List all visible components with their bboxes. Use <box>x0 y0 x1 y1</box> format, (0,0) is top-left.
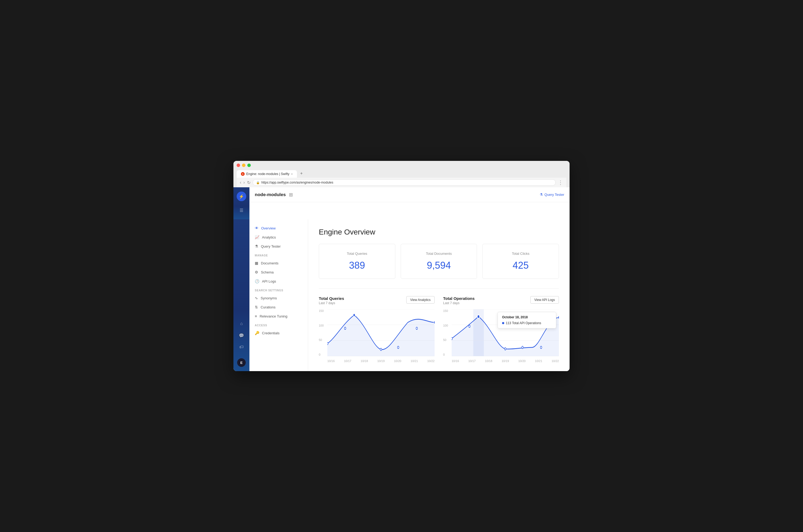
clicks-value: 425 <box>489 260 552 271</box>
app-logo[interactable]: ⚡ <box>237 192 246 201</box>
queries-y-labels: 150 100 50 0 <box>319 309 326 356</box>
sidebar-item-documents[interactable]: ▦ Documents <box>249 259 308 268</box>
main-content: Engine Overview Total Queries 389 Total … <box>308 219 570 371</box>
svg-point-17 <box>469 325 470 327</box>
svg-point-22 <box>558 316 559 319</box>
url-text: https://app.swiftype.com/as/engines/node… <box>262 180 333 184</box>
sidebar-item-schema[interactable]: ⚙ Schema <box>249 268 308 277</box>
maximize-traffic-btn[interactable] <box>247 164 251 167</box>
queries-chart-title: Total Queries <box>319 296 344 301</box>
operations-chart: Total Operations Last 7 days View API Lo… <box>443 296 559 363</box>
stat-card-documents: Total Documents 9,594 <box>401 244 477 279</box>
curations-icon: ⇅ <box>255 305 258 309</box>
lock-icon: 🔒 <box>256 181 260 184</box>
view-api-logs-btn[interactable]: View API Logs <box>530 296 559 304</box>
svg-point-9 <box>416 327 418 329</box>
synonyms-icon: ∿ <box>255 296 258 300</box>
sidebar-item-label: Relevance Tuning <box>260 314 287 318</box>
sidebar-item-credentials[interactable]: 🔑 Credentials <box>249 328 308 338</box>
minimize-traffic-btn[interactable] <box>242 164 245 167</box>
access-section-label: ACCESS <box>249 321 308 328</box>
sidebar-item-label: Schema <box>261 270 274 274</box>
queries-chart-area: 150 100 50 0 <box>319 309 435 363</box>
grid-icon[interactable]: ⊞ <box>289 192 293 198</box>
documents-icon: ▦ <box>255 261 258 265</box>
stat-card-clicks: Total Clicks 425 <box>482 244 559 279</box>
credentials-icon: 🔑 <box>255 331 259 335</box>
back-btn[interactable]: ‹ <box>240 180 241 185</box>
operations-chart-svg <box>452 309 559 356</box>
svg-point-5 <box>344 327 346 329</box>
clicks-label: Total Clicks <box>489 252 552 255</box>
sidebar-dark-nav: ⌂ 💬 🏷 E <box>233 219 249 371</box>
svg-point-7 <box>380 348 382 350</box>
new-tab-btn[interactable]: + <box>298 169 305 178</box>
address-bar: ‹ › ↻ 🔒 https://app.swiftype.com/as/engi… <box>237 178 566 187</box>
svg-point-19 <box>504 348 506 350</box>
tab-title: Engine: node-modules | Swifty <box>246 172 289 176</box>
refresh-btn[interactable]: ↻ <box>247 180 250 185</box>
sidebar-dark: ⚡ ☰ <box>233 187 249 219</box>
sidebar-item-query-tester[interactable]: ⚗ Query Tester <box>249 242 308 251</box>
query-tester-header-btn[interactable]: ⚗ Query Tester <box>540 193 564 197</box>
svg-point-4 <box>327 342 328 345</box>
svg-point-21 <box>540 346 542 349</box>
svg-point-10 <box>434 321 435 324</box>
page-title: Engine Overview <box>319 228 559 236</box>
sidebar-item-label: Analytics <box>262 235 276 239</box>
svg-point-20 <box>522 346 523 349</box>
queries-value: 389 <box>325 260 389 271</box>
sidebar-item-relevance-tuning[interactable]: ≡ Relevance Tuning <box>249 311 308 321</box>
svg-point-16 <box>452 338 453 340</box>
browser-menu-btn[interactable]: ⋮ <box>558 179 563 186</box>
sidebar-item-label: Synonyms <box>261 296 277 300</box>
url-field[interactable]: 🔒 https://app.swiftype.com/as/engines/no… <box>253 179 556 186</box>
sidebar-nav: 👁 Overview 📈 Analytics ⚗ Query Tester MA… <box>249 219 308 371</box>
query-tester-label: Query Tester <box>544 193 564 197</box>
browser-window: S Engine: node-modules | Swifty × + ‹ › … <box>233 161 570 371</box>
sidebar-item-synonyms[interactable]: ∿ Synonyms <box>249 293 308 303</box>
home-nav-icon[interactable]: ⌂ <box>237 319 246 328</box>
chat-nav-icon[interactable]: 💬 <box>237 330 246 340</box>
view-analytics-btn[interactable]: View Analytics <box>406 296 435 304</box>
badge-nav-icon[interactable]: 🏷 <box>237 342 246 352</box>
analytics-icon: 📈 <box>255 235 259 239</box>
overview-icon: 👁 <box>255 226 259 230</box>
sidebar-item-curations[interactable]: ⇅ Curations <box>249 303 308 311</box>
api-logs-icon: 🕐 <box>255 279 259 283</box>
sidebar-item-api-logs[interactable]: 🕐 API Logs <box>249 277 308 286</box>
operations-chart-header: Total Operations Last 7 days View API Lo… <box>443 296 559 305</box>
stat-card-queries: Total Queries 389 <box>319 244 395 279</box>
query-tester-icon: ⚗ <box>540 193 543 197</box>
schema-icon: ⚙ <box>255 270 258 274</box>
browser-traffic-lights <box>237 164 566 167</box>
queries-chart-svg <box>327 309 435 356</box>
tab-close-btn[interactable]: × <box>291 172 293 175</box>
browser-chrome: S Engine: node-modules | Swifty × + ‹ › … <box>233 161 570 187</box>
charts-row: Total Queries Last 7 days View Analytics… <box>319 296 559 363</box>
operations-x-labels: 10/16 10/17 10/18 10/19 10/20 10/21 10/2… <box>452 359 559 363</box>
operations-chart-subtitle: Last 7 days <box>443 301 475 305</box>
operations-y-labels: 150 100 50 0 <box>443 309 451 356</box>
forward-btn[interactable]: › <box>243 180 245 185</box>
hamburger-icon: ☰ <box>240 208 243 213</box>
documents-label: Total Documents <box>407 252 471 255</box>
queries-chart-header: Total Queries Last 7 days View Analytics <box>319 296 435 305</box>
close-traffic-btn[interactable] <box>237 164 240 167</box>
queries-label: Total Queries <box>325 252 389 255</box>
queries-chart: Total Queries Last 7 days View Analytics… <box>319 296 435 363</box>
tab-favicon: S <box>241 172 245 176</box>
query-tester-nav-icon: ⚗ <box>255 244 258 248</box>
user-avatar[interactable]: E <box>237 358 246 367</box>
sidebar-item-label: API Logs <box>262 279 276 283</box>
sidebar-item-overview[interactable]: 👁 Overview <box>249 224 308 233</box>
sidebar-item-analytics[interactable]: 📈 Analytics <box>249 233 308 242</box>
engine-name: node-modules <box>255 192 286 197</box>
svg-point-8 <box>398 346 399 349</box>
stats-row: Total Queries 389 Total Documents 9,594 … <box>319 244 559 279</box>
relevance-tuning-icon: ≡ <box>255 314 257 318</box>
svg-point-6 <box>353 314 355 317</box>
sidebar-item-label: Credentials <box>262 331 280 335</box>
hamburger-btn[interactable]: ☰ <box>237 205 246 215</box>
active-tab[interactable]: S Engine: node-modules | Swifty × <box>237 170 297 178</box>
